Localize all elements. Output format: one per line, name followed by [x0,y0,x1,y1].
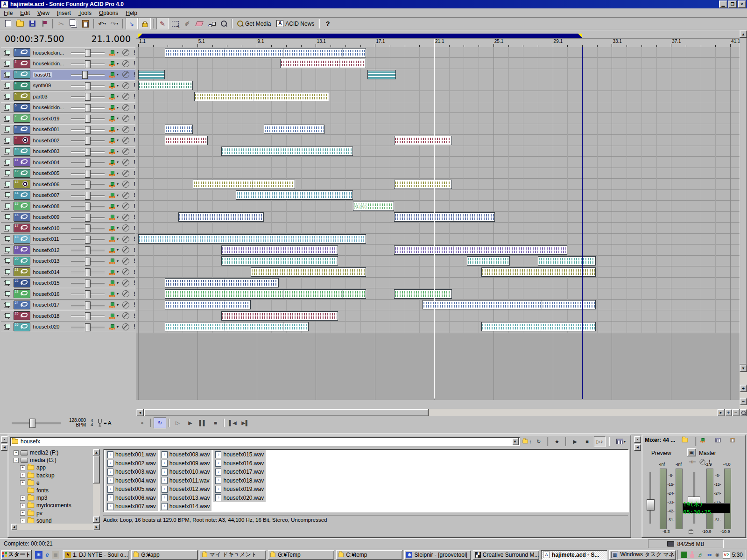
track-fader-type-dropdown[interactable]: ▾ [117,259,119,263]
track-header-housefx007[interactable]: 14housefx007▾! [1,190,135,201]
track-mute-button[interactable] [122,301,129,308]
track-solo-button[interactable]: ! [134,159,135,166]
track-solo-button[interactable]: ! [134,181,135,188]
tray-network-icon[interactable]: ●● [706,552,712,558]
internet-explorer-icon[interactable]: e [43,551,51,559]
show-desktop-icon[interactable]: ▦ [52,551,59,559]
track-fader-type-dropdown[interactable]: ▾ [117,182,119,186]
event-clip-housefx013[interactable] [538,256,596,266]
tree-vertical-scrollbar[interactable]: ▲ ▼ [93,449,100,523]
track-icon-badge[interactable]: 25 [14,311,30,320]
track-solo-button[interactable]: ! [134,214,135,220]
event-clip-housefx002[interactable] [394,136,452,145]
tray-ime-icon[interactable]: V2 [723,551,730,559]
track-icon-badge[interactable]: 9 [14,136,30,145]
track-header-housefx014[interactable]: 21housefx014▾! [1,266,135,278]
track-volume-handle[interactable] [85,49,91,57]
event-clip-housefx017[interactable] [423,300,596,309]
loop-playback-button[interactable]: ↻ [154,417,166,428]
tree-expander[interactable]: + [20,465,25,470]
event-clip-housefx014[interactable] [481,267,595,277]
track-icon-badge[interactable]: 12 [14,169,30,178]
file-item[interactable]: ♪housefx019.wav [213,485,266,494]
track-volume-handle[interactable] [85,170,91,178]
event-clip-housefx017[interactable] [165,300,251,309]
paste-button[interactable] [80,18,91,29]
loop-end-marker[interactable] [578,34,582,38]
scroll-left-button[interactable]: ◄ [136,409,144,416]
taskbar-button-acid[interactable]: Ahajimete.acd - S... [541,550,607,560]
track-fx-button[interactable] [108,60,116,67]
event-clip-housefx011[interactable] [138,234,366,244]
track-fader-type-dropdown[interactable]: ▾ [117,160,119,164]
menu-tools[interactable]: Tools [75,9,95,17]
track-fx-button[interactable] [108,181,116,188]
track-name[interactable]: housefx010 [30,225,71,231]
track-header-housefx010[interactable]: 17housefx010▾! [1,223,135,234]
track-minimize-icon[interactable] [5,291,10,296]
loop-start-marker[interactable] [138,34,142,38]
track-fx-button[interactable] [108,82,116,89]
envelope-tool-button[interactable] [206,18,217,29]
track-mute-button[interactable] [122,258,129,265]
track-name[interactable]: housefx017 [30,302,71,308]
track-fx-button[interactable] [108,280,116,286]
taskbar-button-folder[interactable]: G:¥app [131,550,197,560]
track-header-part03[interactable]: 5part03▾! [1,91,135,102]
tree-expander[interactable]: + [20,511,25,516]
track-name[interactable]: housefx019 [30,116,71,121]
track-fx-button[interactable] [108,214,116,220]
tree-item-pv[interactable]: +pv [11,510,92,517]
track-icon-badge[interactable]: 6 [14,103,30,112]
track-mute-button[interactable] [122,192,129,199]
track-volume-handle[interactable] [85,290,91,298]
track-solo-button[interactable]: ! [134,313,135,319]
track-icon-badge[interactable]: 5 [14,92,30,101]
zoom-out-time-button[interactable]: − [732,409,740,416]
track-volume-slider[interactable] [71,180,105,188]
track-volume-handle[interactable] [85,82,91,90]
event-clip-housefx002[interactable] [165,136,208,145]
event-clip-housefx007[interactable] [236,190,352,200]
track-mute-button[interactable] [122,93,129,100]
track-volume-slider[interactable] [71,257,105,265]
whats-this-help-button[interactable]: ? [322,18,333,29]
track-mute-button[interactable] [122,323,129,330]
track-minimize-icon[interactable] [5,126,10,131]
master-solo-indicator-button[interactable]: ▣ [687,448,696,456]
track-fx-button[interactable] [108,170,116,176]
track-volume-slider[interactable] [71,169,105,177]
track-volume-slider[interactable] [71,126,105,133]
track-name[interactable]: housefx011 [30,236,71,242]
track-volume-handle[interactable] [85,192,91,200]
tree-expander[interactable]: + [14,450,19,455]
track-name[interactable]: housefx012 [30,247,71,253]
track-name[interactable]: housefx004 [30,160,71,165]
event-clip-housefx009[interactable] [178,212,264,222]
track-header-housefx015[interactable]: 22housefx015▾! [1,278,135,289]
track-minimize-icon[interactable] [5,225,10,230]
track-fx-button[interactable] [108,258,116,264]
track-fader-type-dropdown[interactable]: ▾ [117,248,119,252]
track-fader-type-dropdown[interactable]: ▾ [117,270,119,274]
track-volume-handle[interactable] [85,203,91,210]
file-item[interactable]: ♪housefx020.wav [213,494,266,503]
track-solo-button[interactable]: ! [134,291,135,297]
track-fx-button[interactable] [108,323,116,330]
open-button[interactable] [14,18,26,29]
track-icon-badge[interactable]: 23 [14,289,30,298]
track-volume-handle[interactable] [85,181,91,189]
taskbar-button-folder[interactable]: G:¥Temp [268,550,334,560]
track-minimize-icon[interactable] [5,170,10,175]
taskbar-button-creative[interactable]: ▞Creative Surround M... [472,550,539,560]
track-icon-badge[interactable]: 10 [14,147,30,156]
event-clip-synth09[interactable] [138,81,193,90]
track-fx-button[interactable] [108,104,116,111]
track-fx-button[interactable] [108,236,116,242]
track-header-housefx005[interactable]: 12housefx005▾! [1,168,135,179]
event-clip-housefx001[interactable] [165,125,193,134]
tree-item-sound[interactable]: -sound [11,517,92,523]
track-volume-slider[interactable] [71,224,105,232]
file-item[interactable]: ♪housefx007.wav [106,502,158,511]
stop-button[interactable]: ■ [210,418,221,428]
